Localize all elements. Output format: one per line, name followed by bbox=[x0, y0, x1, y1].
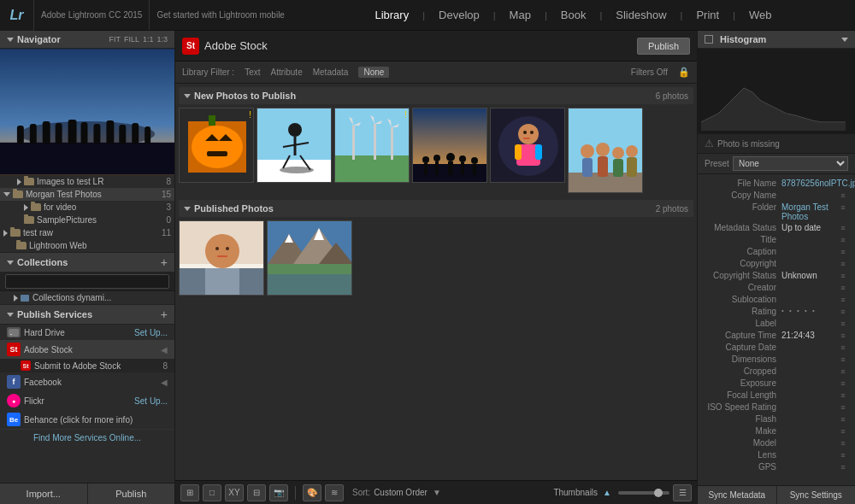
nav-web[interactable]: Web bbox=[746, 9, 775, 21]
expand-icon[interactable]: ≡ bbox=[838, 271, 848, 281]
add-publish-service-button[interactable]: + bbox=[161, 308, 168, 320]
expand-icon[interactable]: ≡ bbox=[838, 331, 848, 341]
nav-print[interactable]: Print bbox=[693, 9, 722, 21]
new-photos-grid: ! bbox=[179, 108, 693, 193]
thumbnail-slider[interactable] bbox=[618, 491, 669, 495]
mobile-link[interactable]: Get started with Lightroom mobile bbox=[150, 10, 292, 20]
expand-icon[interactable]: ≡ bbox=[838, 414, 848, 425]
find-more-services[interactable]: Find More Services Online... bbox=[0, 429, 174, 446]
expand-icon[interactable]: ≡ bbox=[838, 259, 848, 269]
histogram-area bbox=[698, 49, 855, 134]
photo-exclaim-icon: ! bbox=[249, 110, 251, 120]
photo-thumb-2[interactable] bbox=[256, 108, 332, 183]
photo-thumb-pub-1[interactable] bbox=[179, 220, 264, 296]
photo-thumb-5[interactable] bbox=[490, 108, 565, 183]
photo-thumb-6[interactable] bbox=[568, 108, 643, 193]
svg-point-50 bbox=[446, 153, 455, 161]
expand-icon[interactable]: ≡ bbox=[838, 438, 848, 448]
add-collection-button[interactable]: + bbox=[161, 256, 168, 268]
photo-thumb-1[interactable]: ! bbox=[179, 108, 254, 183]
grid-view-button[interactable]: ⊞ bbox=[180, 484, 199, 501]
publish-sub-adobe-stock[interactable]: St Submit to Adobe Stock 8 bbox=[0, 359, 174, 372]
flickr-setup-link[interactable]: Set Up... bbox=[134, 396, 168, 406]
expand-icon[interactable]: ≡ bbox=[838, 343, 848, 353]
collection-item-dynamic[interactable]: Collections dynami... bbox=[0, 291, 174, 304]
svg-rect-72 bbox=[613, 159, 623, 177]
expand-icon[interactable]: ≡ bbox=[838, 355, 848, 365]
sync-metadata-button[interactable]: Sync Metadata bbox=[698, 486, 777, 504]
expand-icon[interactable]: ≡ bbox=[838, 202, 848, 213]
loupe-view-button[interactable]: □ bbox=[203, 484, 221, 501]
svg-rect-22 bbox=[207, 151, 227, 156]
nav-slideshow[interactable]: Slideshow bbox=[612, 9, 669, 21]
expand-icon[interactable]: ≡ bbox=[838, 223, 848, 233]
publish-service-adobe-stock[interactable]: St Adobe Stock ◀ bbox=[0, 340, 174, 359]
collections-search-input[interactable] bbox=[5, 274, 169, 289]
compare-view-button[interactable]: XY bbox=[225, 484, 244, 501]
top-bar: Lr Adobe Lightroom CC 2015 Get started w… bbox=[0, 0, 855, 31]
filter-none[interactable]: None bbox=[358, 67, 389, 78]
svg-point-58 bbox=[518, 124, 539, 144]
filter-text[interactable]: Text bbox=[245, 67, 260, 77]
expand-icon[interactable]: ≡ bbox=[838, 426, 848, 437]
expand-icon[interactable]: ≡ bbox=[838, 295, 848, 305]
sort-value[interactable]: Custom Order bbox=[374, 488, 428, 497]
filter-attribute[interactable]: Attribute bbox=[270, 67, 302, 77]
nav-develop[interactable]: Develop bbox=[435, 9, 483, 21]
svg-point-54 bbox=[471, 157, 478, 164]
folder-item-sample[interactable]: SamplePictures 0 bbox=[0, 214, 174, 226]
folder-icon bbox=[16, 242, 27, 249]
collections-header: Collections + bbox=[0, 252, 174, 273]
main-layout: Navigator FIT FILL 1:1 1:3 bbox=[0, 31, 855, 504]
expand-icon[interactable]: ≡ bbox=[838, 307, 848, 317]
expand-icon[interactable]: ≡ bbox=[838, 319, 848, 329]
meta-row-label: Label ≡ bbox=[698, 318, 855, 330]
publish-header-button[interactable]: Publish bbox=[637, 38, 690, 55]
publish-button-left[interactable]: Publish bbox=[88, 483, 175, 504]
nav-map[interactable]: Map bbox=[506, 9, 534, 21]
nav-book[interactable]: Book bbox=[557, 9, 590, 21]
sync-settings-button[interactable]: Sync Settings bbox=[777, 486, 856, 504]
expand-icon bbox=[3, 192, 10, 196]
expand-icon[interactable]: ≡ bbox=[838, 402, 848, 413]
histogram-title: Histogram bbox=[705, 34, 766, 44]
filter-metadata[interactable]: Metadata bbox=[313, 67, 349, 77]
camera-button[interactable]: 📷 bbox=[269, 484, 288, 501]
meta-row-copyname: Copy Name ≡ bbox=[698, 190, 855, 202]
expand-icon[interactable]: ≡ bbox=[838, 390, 848, 401]
preset-label: Preset bbox=[705, 159, 729, 168]
folder-item-test-raw[interactable]: test raw 11 bbox=[0, 226, 174, 239]
photo-thumb-4[interactable] bbox=[412, 108, 487, 183]
expand-icon[interactable]: ≡ bbox=[838, 190, 848, 201]
folder-item-video[interactable]: for video 3 bbox=[0, 201, 174, 214]
expand-icon[interactable]: ≡ bbox=[838, 378, 848, 389]
filter-button[interactable]: ≋ bbox=[325, 484, 344, 501]
expand-icon[interactable]: ≡ bbox=[838, 462, 848, 472]
folder-item-images[interactable]: Images to test LR 8 bbox=[0, 175, 174, 188]
svg-rect-8 bbox=[81, 122, 88, 144]
publish-service-hard-drive[interactable]: Hard Drive Set Up... bbox=[0, 325, 174, 340]
end-button[interactable]: ☰ bbox=[673, 484, 692, 501]
grid-area[interactable]: New Photos to Publish 6 photos bbox=[175, 84, 697, 480]
expand-icon[interactable]: ≡ bbox=[838, 235, 848, 245]
survey-view-button[interactable]: ⊟ bbox=[247, 484, 266, 501]
expand-icon[interactable]: ≡ bbox=[838, 450, 848, 460]
meta-row-title: Title ≡ bbox=[698, 234, 855, 246]
svg-point-78 bbox=[215, 247, 219, 250]
hard-drive-setup-link[interactable]: Set Up... bbox=[134, 328, 168, 337]
import-button[interactable]: Import... bbox=[0, 483, 88, 504]
expand-icon[interactable]: ≡ bbox=[838, 283, 848, 293]
publish-service-facebook[interactable]: f Facebook ◀ bbox=[0, 372, 174, 391]
expand-icon[interactable]: ≡ bbox=[838, 247, 848, 257]
folder-item-morgan[interactable]: Morgan Test Photos 15 bbox=[0, 188, 174, 201]
photo-thumb-3[interactable]: ! bbox=[334, 108, 410, 183]
preset-select[interactable]: None bbox=[733, 156, 848, 171]
expand-icon[interactable]: ≡ bbox=[838, 366, 848, 377]
photo-thumb-pub-2[interactable] bbox=[267, 220, 352, 296]
meta-row-dimensions: Dimensions ≡ bbox=[698, 354, 855, 366]
publish-service-flickr[interactable]: ● Flickr Set Up... bbox=[0, 391, 174, 410]
spray-button[interactable]: 🎨 bbox=[303, 484, 321, 501]
publish-service-behance[interactable]: Be Behance (click for more info) bbox=[0, 410, 174, 429]
nav-library[interactable]: Library bbox=[371, 9, 412, 21]
folder-item-lightroom-web[interactable]: Lightroom Web bbox=[0, 239, 174, 252]
